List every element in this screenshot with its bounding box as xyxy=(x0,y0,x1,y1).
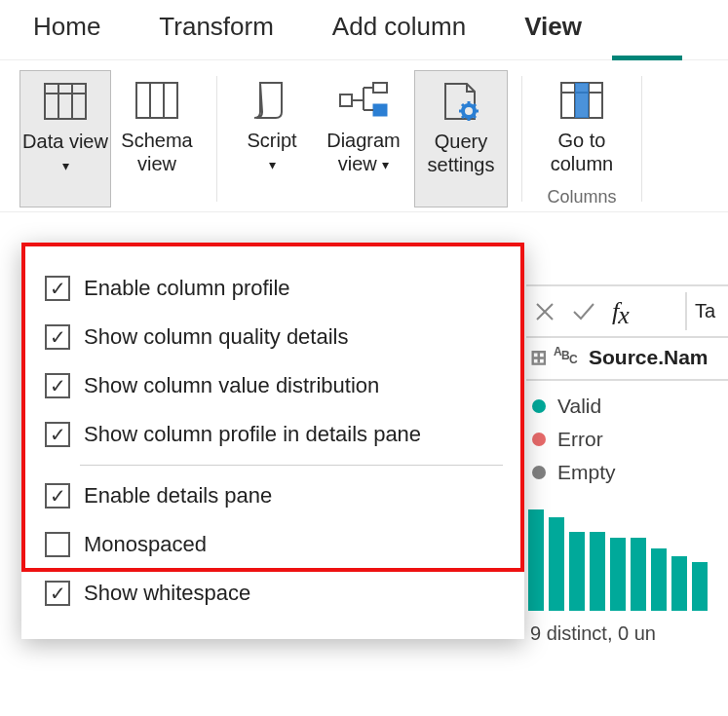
ribbon-separator xyxy=(216,76,217,202)
distribution-bar xyxy=(528,509,544,611)
diagram-view-button[interactable]: Diagram view ▾ xyxy=(313,70,414,207)
formula-text[interactable]: Ta xyxy=(685,292,723,330)
checkbox-icon[interactable] xyxy=(45,373,70,398)
opt-enable-details-pane[interactable]: Enable details pane xyxy=(41,471,505,520)
opt-enable-column-profile[interactable]: Enable column profile xyxy=(41,264,505,313)
go-to-column-icon xyxy=(559,76,604,125)
expand-icon[interactable]: ⊞ xyxy=(530,346,548,369)
stat-empty-label: Empty xyxy=(557,461,616,484)
formula-bar: fx Ta xyxy=(526,284,728,338)
dropdown-separator xyxy=(80,465,503,466)
query-settings-label: Query settings xyxy=(417,130,505,176)
checkbox-icon[interactable] xyxy=(45,483,70,509)
checkbox-icon[interactable] xyxy=(45,532,70,557)
checkbox-icon[interactable] xyxy=(45,324,70,350)
fx-icon[interactable]: fx xyxy=(612,297,629,326)
opt-label: Enable details pane xyxy=(84,483,272,509)
data-view-icon xyxy=(43,77,88,126)
column-type-text-icon: B xyxy=(554,347,583,368)
distribution-bar xyxy=(610,538,626,611)
dot-error-icon xyxy=(532,433,546,446)
distribution-bar xyxy=(590,532,605,611)
column-quality-stats: Valid Error Empty xyxy=(526,381,728,500)
svg-rect-8 xyxy=(373,83,387,93)
opt-label: Monospaced xyxy=(84,532,207,557)
query-settings-icon xyxy=(440,77,482,126)
ribbon-separator xyxy=(641,76,642,202)
stat-valid: Valid xyxy=(532,395,725,418)
stat-error-label: Error xyxy=(557,428,603,451)
chevron-down-icon: ▾ xyxy=(382,157,389,172)
distribution-bar xyxy=(671,556,687,611)
diagram-view-label: Diagram view xyxy=(326,130,401,174)
svg-rect-0 xyxy=(45,84,86,119)
opt-label: Show whitespace xyxy=(84,581,250,606)
svg-rect-7 xyxy=(340,94,352,106)
opt-show-quality-details[interactable]: Show column quality details xyxy=(41,313,505,361)
data-view-button[interactable]: Data view ▾ xyxy=(19,70,111,207)
checkbox-icon[interactable] xyxy=(45,581,70,606)
ribbon: Data view ▾ Schema view Script▾ Diagram … xyxy=(0,60,728,211)
cancel-icon[interactable] xyxy=(534,301,556,322)
script-icon xyxy=(252,76,291,125)
svg-rect-27 xyxy=(575,83,589,118)
distribution-label: 9 distinct, 0 un xyxy=(526,617,728,651)
active-tab-underline xyxy=(612,56,682,60)
chevron-down-icon: ▾ xyxy=(62,158,69,173)
schema-view-icon xyxy=(134,76,179,125)
opt-label: Enable column profile xyxy=(84,276,290,301)
dot-empty-icon xyxy=(532,466,546,479)
opt-show-profile-details-pane[interactable]: Show column profile in details pane xyxy=(41,410,505,459)
svg-line-21 xyxy=(462,115,465,118)
svg-rect-9 xyxy=(373,104,387,116)
opt-label: Show column profile in details pane xyxy=(84,422,421,447)
svg-line-19 xyxy=(462,104,465,107)
diagram-view-icon xyxy=(338,76,389,125)
chevron-down-icon: ▾ xyxy=(269,157,276,172)
opt-show-whitespace[interactable]: Show whitespace xyxy=(41,569,505,618)
dot-valid-icon xyxy=(532,399,546,413)
opt-label: Show column value distribution xyxy=(84,373,379,398)
right-panel: fx Ta ⊞ B Source.Nam Valid Error Empty 9… xyxy=(526,284,728,651)
distribution-bar xyxy=(631,538,646,611)
ribbon-group-label: Columns xyxy=(547,187,616,207)
go-to-column-label: Go to column xyxy=(538,129,626,175)
opt-monospaced[interactable]: Monospaced xyxy=(41,520,505,569)
distribution-chart xyxy=(526,500,728,617)
tab-home[interactable]: Home xyxy=(33,12,100,52)
query-settings-button[interactable]: Query settings xyxy=(414,70,508,207)
svg-rect-4 xyxy=(136,83,177,118)
schema-view-button[interactable]: Schema view xyxy=(111,70,203,207)
distribution-bar xyxy=(692,562,708,611)
stat-valid-label: Valid xyxy=(557,395,601,418)
opt-show-value-distribution[interactable]: Show column value distribution xyxy=(41,361,505,410)
ribbon-separator xyxy=(521,76,522,202)
column-header[interactable]: ⊞ B Source.Nam xyxy=(526,338,728,381)
distribution-bar xyxy=(549,517,564,611)
confirm-icon[interactable] xyxy=(571,301,596,322)
data-view-dropdown: Enable column profile Show column qualit… xyxy=(21,243,524,639)
checkbox-icon[interactable] xyxy=(45,422,70,447)
tab-view[interactable]: View xyxy=(524,12,582,52)
schema-view-label: Schema view xyxy=(113,129,201,175)
script-label: Script xyxy=(247,130,296,151)
script-button[interactable]: Script▾ xyxy=(231,70,313,207)
tab-transform[interactable]: Transform xyxy=(159,12,274,52)
distribution-bar xyxy=(569,532,585,611)
column-header-label: Source.Nam xyxy=(589,346,709,369)
stat-empty: Empty xyxy=(532,461,725,484)
opt-label: Show column quality details xyxy=(84,324,348,350)
ribbon-tabs: Home Transform Add column View xyxy=(0,0,728,59)
go-to-column-button[interactable]: Go to column xyxy=(536,70,628,181)
stat-error: Error xyxy=(532,428,725,451)
distribution-bar xyxy=(651,548,667,611)
data-view-label: Data view xyxy=(22,131,108,152)
tab-add-column[interactable]: Add column xyxy=(332,12,466,52)
svg-line-22 xyxy=(473,104,476,107)
checkbox-icon[interactable] xyxy=(45,276,70,301)
svg-line-20 xyxy=(473,115,476,118)
